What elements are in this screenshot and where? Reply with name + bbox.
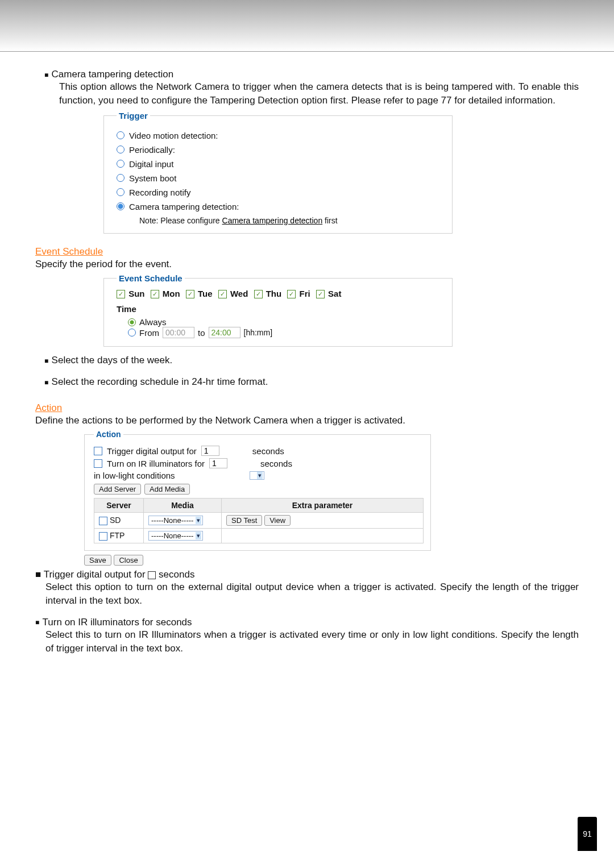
from-time-input[interactable]: [163, 327, 194, 338]
placeholder-square-icon: [148, 571, 156, 579]
from-label: From: [139, 328, 159, 338]
digital-output-label-pre: Trigger digital output for: [107, 446, 197, 456]
select-value: -----None-----: [151, 516, 193, 525]
bullet-ir-body: Select this to turn on IR Illuminators w…: [45, 628, 579, 655]
media-select-ftp[interactable]: -----None----- ▾: [148, 531, 203, 541]
trigger-option-label: System boot: [129, 173, 176, 183]
schedule-legend: Event Schedule: [117, 273, 185, 283]
bullet-digital-output-title: ■ Trigger digital output for seconds: [35, 569, 194, 580]
time-subhead: Time: [117, 304, 444, 314]
time-option-from-to[interactable]: From to [hh:mm]: [128, 327, 444, 338]
radio-icon: [117, 160, 125, 168]
digital-output-label-post: seconds: [252, 446, 284, 456]
ir-seconds-input[interactable]: [209, 458, 227, 468]
sd-test-button[interactable]: SD Test: [226, 515, 262, 526]
trigger-option-label: Periodically:: [129, 145, 175, 155]
event-schedule-heading-link[interactable]: Event Schedule: [35, 246, 103, 258]
checkbox-thu[interactable]: [254, 290, 263, 298]
page-number-badge: 91: [578, 817, 597, 851]
row-server-label: FTP: [110, 531, 125, 540]
trigger-fieldset: Trigger Video motion detection: Periodic…: [103, 111, 453, 234]
time-format-hint: [hh:mm]: [244, 328, 273, 337]
select-value: -----None-----: [151, 531, 193, 540]
radio-icon: [128, 329, 136, 337]
trigger-legend: Trigger: [117, 111, 150, 121]
checkbox-wed[interactable]: [218, 290, 227, 298]
day-label: Thu: [266, 289, 282, 298]
day-label: Fri: [300, 289, 310, 298]
radio-icon: [117, 146, 125, 153]
trigger-option-periodically[interactable]: Periodically:: [117, 145, 444, 155]
note-suffix: first: [322, 216, 337, 225]
intro-title: Camera tampering detection: [44, 69, 173, 80]
add-server-button[interactable]: Add Server: [94, 484, 141, 495]
trigger-option-system-boot[interactable]: System boot: [117, 173, 444, 183]
tampering-config-link[interactable]: Camera tampering detection: [222, 216, 323, 225]
ir-label-pre: Turn on IR illuminators for: [107, 459, 205, 468]
bullet-text-post: seconds: [159, 569, 194, 580]
bullet-ir-title: Turn on IR illuminators for seconds: [35, 617, 192, 628]
radio-icon: [117, 188, 125, 196]
checkbox-tue[interactable]: [186, 290, 194, 298]
bullet-digital-output-body: Select this option to turn on the extern…: [45, 580, 579, 608]
trigger-option-label: Camera tampering detection:: [129, 202, 239, 211]
trigger-option-label: Video motion detection:: [129, 131, 218, 140]
day-label: Mon: [163, 289, 180, 298]
always-label: Always: [139, 317, 167, 327]
checkbox-digital-output[interactable]: [94, 447, 102, 455]
page-content: Camera tampering detection This option a…: [0, 52, 614, 674]
row-server-label: SD: [110, 516, 121, 525]
table-header-row: Server Media Extra parameter: [94, 499, 424, 513]
time-option-always[interactable]: Always: [128, 317, 444, 327]
note-prefix: Note: Please configure: [139, 216, 222, 225]
bullet-text-pre: Trigger digital output for: [44, 569, 146, 580]
checkbox-sd[interactable]: [99, 517, 107, 525]
checkbox-ftp[interactable]: [99, 532, 107, 541]
save-button[interactable]: Save: [84, 555, 111, 566]
trigger-option-digital-input[interactable]: Digital input: [117, 159, 444, 169]
trigger-option-video[interactable]: Video motion detection:: [117, 131, 444, 140]
trigger-option-tampering[interactable]: Camera tampering detection:: [117, 202, 444, 211]
radio-icon-selected: [128, 318, 136, 326]
add-media-button[interactable]: Add Media: [144, 484, 190, 495]
bullet-select-days: Select the days of the week.: [44, 355, 172, 366]
ir-label-post: seconds: [260, 459, 292, 468]
schedule-days-row: Sun Mon Tue Wed Thu Fri Sat: [117, 289, 444, 299]
th-extra: Extra parameter: [222, 499, 424, 513]
header-gradient: [0, 0, 614, 52]
action-intro: Define the actions to be performed by th…: [35, 415, 579, 426]
chevron-down-icon: ▾: [196, 532, 201, 539]
intro-body: This option allows the Network Camera to…: [59, 80, 579, 107]
lowlight-select[interactable]: ▾: [250, 471, 264, 480]
day-label: Sat: [328, 289, 341, 298]
checkbox-fri[interactable]: [287, 290, 296, 298]
schedule-fieldset: Event Schedule Sun Mon Tue Wed Thu Fri S…: [103, 273, 453, 347]
checkbox-sun[interactable]: [117, 290, 125, 298]
checkbox-sat[interactable]: [316, 290, 325, 298]
trigger-option-label: Recording notify: [129, 188, 190, 197]
media-select-sd[interactable]: -----None----- ▾: [148, 516, 203, 525]
radio-icon: [117, 131, 125, 139]
checkbox-ir[interactable]: [94, 459, 102, 468]
action-heading-link[interactable]: Action: [35, 402, 62, 414]
checkbox-mon[interactable]: [151, 290, 159, 298]
chevron-down-icon: ▾: [196, 517, 201, 524]
bullet-select-format: Select the recording schedule in 24-hr t…: [44, 376, 268, 387]
radio-icon: [117, 174, 125, 182]
th-server: Server: [94, 499, 144, 513]
trigger-option-label: Digital input: [129, 159, 173, 169]
to-label: to: [198, 328, 205, 338]
action-legend: Action: [94, 430, 123, 439]
digital-output-seconds-input[interactable]: [201, 446, 219, 456]
server-media-table: Server Media Extra parameter SD -----: [94, 498, 424, 543]
close-button[interactable]: Close: [114, 555, 143, 566]
chevron-down-icon: ▾: [257, 472, 263, 479]
day-label: Tue: [198, 289, 213, 298]
to-time-input[interactable]: [209, 327, 240, 338]
table-row: FTP -----None----- ▾: [94, 529, 424, 543]
view-button[interactable]: View: [264, 515, 291, 526]
day-label: Sun: [128, 289, 144, 298]
trigger-option-recording-notify[interactable]: Recording notify: [117, 188, 444, 197]
radio-icon-selected: [117, 202, 125, 210]
ir-lowlight-label: in low-light conditions: [94, 471, 175, 480]
